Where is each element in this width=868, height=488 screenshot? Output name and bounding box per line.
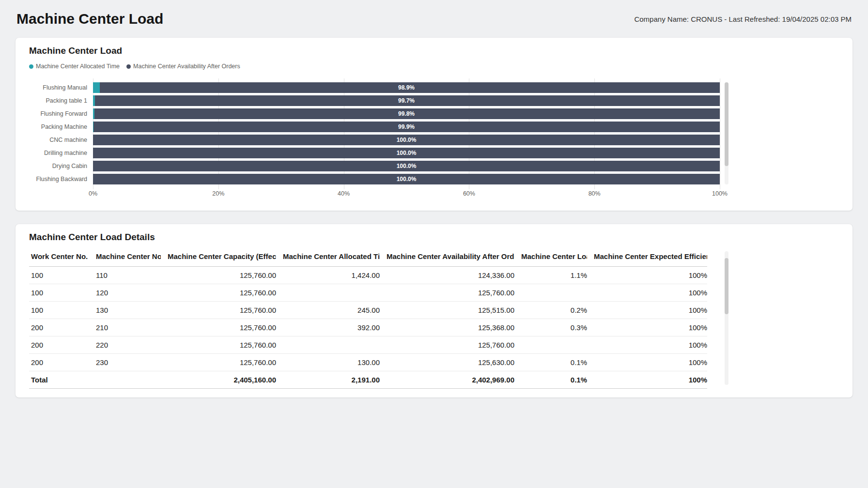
column-header: Work Center No. xyxy=(29,249,89,267)
total-cell: Total xyxy=(29,371,89,389)
table-cell xyxy=(514,336,587,354)
table-row[interactable]: 100120125,760.00125,760.00100% xyxy=(29,284,707,302)
table-cell: 100% xyxy=(587,354,707,371)
chart-bar[interactable]: 99.7% xyxy=(93,95,720,106)
chart-category-label: Drilling machine xyxy=(29,148,87,158)
column-header: Machine Center Expected Efficiency % xyxy=(587,249,707,267)
chart-bar[interactable]: 98.9% xyxy=(93,82,720,93)
table-cell: 125,760.00 xyxy=(161,354,276,371)
chart-bar[interactable]: 99.9% xyxy=(93,122,720,132)
details-card: Machine Center Load Details Work Center … xyxy=(16,224,852,397)
chart-bar[interactable]: 99.8% xyxy=(93,108,720,119)
table-cell: 125,515.00 xyxy=(380,302,514,319)
chart-category-label: Flushing Forward xyxy=(29,108,87,119)
chart-category-label: CNC machine xyxy=(29,135,87,145)
table-cell: 120 xyxy=(89,284,161,302)
bar-value-label: 99.9% xyxy=(93,122,720,132)
chart-bar[interactable]: 100.0% xyxy=(93,174,720,184)
table-cell: 100% xyxy=(587,319,707,336)
column-header: Machine Center No. xyxy=(89,249,161,267)
details-table-head-row: Work Center No.Machine Center No.Machine… xyxy=(29,249,707,267)
bar-value-label: 99.7% xyxy=(93,95,720,106)
page-title: Machine Center Load xyxy=(16,10,163,28)
table-cell: 125,760.00 xyxy=(161,319,276,336)
chart-legend: Machine Center Allocated Time Machine Ce… xyxy=(29,63,839,70)
bar-value-label: 98.9% xyxy=(93,82,720,93)
table-cell: 100 xyxy=(29,284,89,302)
chart-y-labels: Flushing ManualPacking table 1Flushing F… xyxy=(29,82,93,184)
table-cell: 130.00 xyxy=(276,354,380,371)
total-cell: 100% xyxy=(587,371,707,389)
table-cell: 200 xyxy=(29,336,89,354)
company-info: Company Name: CRONUS - Last Refreshed: 1… xyxy=(634,15,852,23)
x-tick-label: 100% xyxy=(712,190,728,197)
chart-bar[interactable]: 100.0% xyxy=(93,161,720,171)
table-row[interactable]: 200210125,760.00392.00125,368.000.3%100% xyxy=(29,319,707,336)
chart-x-axis: 0%20%40%60%80%100% xyxy=(93,190,720,199)
table-cell: 210 xyxy=(89,319,161,336)
details-table-total-row: Total2,405,160.002,191.002,402,969.000.1… xyxy=(29,371,707,389)
legend-label-allocated-time: Machine Center Allocated Time xyxy=(36,63,120,70)
chart-category-label: Flushing Manual xyxy=(29,82,87,93)
table-cell: 392.00 xyxy=(276,319,380,336)
legend-dot-allocated-icon xyxy=(29,64,33,69)
legend-dot-availability-icon xyxy=(126,64,131,69)
table-cell: 200 xyxy=(29,319,89,336)
x-tick-label: 20% xyxy=(212,190,224,197)
table-cell xyxy=(276,284,380,302)
legend-item-availability[interactable]: Machine Center Availability After Orders xyxy=(126,63,240,70)
table-cell: 130 xyxy=(89,302,161,319)
table-cell: 125,760.00 xyxy=(380,284,514,302)
chart-card: Machine Center Load Machine Center Alloc… xyxy=(16,38,852,211)
table-row[interactable]: 100110125,760.001,424.00124,336.001.1%10… xyxy=(29,267,707,284)
chart-category-label: Drying Cabin xyxy=(29,161,87,171)
table-cell xyxy=(276,336,380,354)
x-tick-label: 60% xyxy=(463,190,475,197)
bar-value-label: 100.0% xyxy=(93,174,720,184)
report-page: Machine Center Load Company Name: CRONUS… xyxy=(0,0,868,397)
table-cell: 125,760.00 xyxy=(161,267,276,284)
table-cell: 125,760.00 xyxy=(161,284,276,302)
bar-value-label: 100.0% xyxy=(93,161,720,171)
table-cell: 124,336.00 xyxy=(380,267,514,284)
details-title: Machine Center Load Details xyxy=(29,232,839,243)
table-cell xyxy=(514,284,587,302)
table-scrollbar-thumb[interactable] xyxy=(725,258,728,314)
table-cell: 220 xyxy=(89,336,161,354)
chart-scrollbar[interactable] xyxy=(725,82,728,184)
table-cell: 125,630.00 xyxy=(380,354,514,371)
total-cell: 2,405,160.00 xyxy=(161,371,276,389)
total-cell: 2,402,969.00 xyxy=(380,371,514,389)
chart-bars: 98.9%99.7%99.8%99.9%100.0%100.0%100.0%10… xyxy=(93,82,720,184)
table-cell: 230 xyxy=(89,354,161,371)
table-row[interactable]: 200220125,760.00125,760.00100% xyxy=(29,336,707,354)
details-body: Work Center No.Machine Center No.Machine… xyxy=(29,249,839,389)
table-cell: 125,760.00 xyxy=(161,302,276,319)
table-cell: 125,760.00 xyxy=(161,336,276,354)
page-header: Machine Center Load Company Name: CRONUS… xyxy=(16,7,852,38)
chart-title: Machine Center Load xyxy=(29,46,839,56)
table-cell: 245.00 xyxy=(276,302,380,319)
table-row[interactable]: 100130125,760.00245.00125,515.000.2%100% xyxy=(29,302,707,319)
legend-item-allocated-time[interactable]: Machine Center Allocated Time xyxy=(29,63,120,70)
chart-area: Flushing ManualPacking table 1Flushing F… xyxy=(29,82,839,184)
chart-bar[interactable]: 100.0% xyxy=(93,135,720,145)
chart-category-label: Flushing Backward xyxy=(29,174,87,184)
table-cell: 100% xyxy=(587,284,707,302)
total-cell: 0.1% xyxy=(514,371,587,389)
x-tick-label: 40% xyxy=(338,190,350,197)
total-cell xyxy=(89,371,161,389)
column-header: Machine Center Availability After Orders xyxy=(380,249,514,267)
table-row[interactable]: 200230125,760.00130.00125,630.000.1%100% xyxy=(29,354,707,371)
chart-bar[interactable]: 100.0% xyxy=(93,148,720,158)
chart-category-label: Packing Machine xyxy=(29,122,87,132)
table-cell: 100 xyxy=(29,302,89,319)
total-cell: 2,191.00 xyxy=(276,371,380,389)
table-scrollbar[interactable] xyxy=(725,251,728,385)
table-cell: 100% xyxy=(587,336,707,354)
chart-scrollbar-thumb[interactable] xyxy=(725,82,728,166)
table-cell: 125,368.00 xyxy=(380,319,514,336)
table-cell: 200 xyxy=(29,354,89,371)
table-cell: 100% xyxy=(587,302,707,319)
table-cell: 100% xyxy=(587,267,707,284)
